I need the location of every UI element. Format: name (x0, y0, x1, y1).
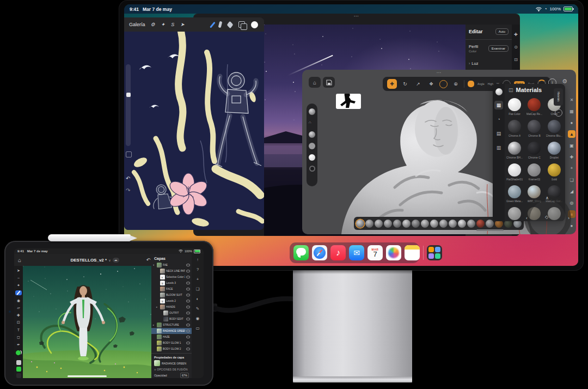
visibility-eye-icon[interactable] (186, 342, 190, 344)
sculpt-brush-15[interactable] (486, 220, 494, 228)
radius-dot-icon[interactable] (309, 166, 315, 172)
visibility-eye-icon[interactable] (186, 294, 190, 296)
scale-gizmo-button[interactable]: ↗ (413, 79, 423, 89)
brush-size-slider[interactable] (126, 64, 131, 146)
selection-icon[interactable]: S (171, 22, 174, 27)
recent-icon[interactable]: ◔ (494, 115, 503, 124)
sculpt-brush-6[interactable] (402, 220, 411, 228)
layer-row[interactable]: BODY GLOW 2 (151, 346, 192, 352)
healing-tool[interactable]: ✚ (15, 313, 22, 318)
matcap-icon[interactable]: ● (568, 119, 575, 126)
heal-icon[interactable]: ✚ (514, 32, 518, 37)
layer-row[interactable]: BODY EDIT (151, 316, 192, 322)
dock-mail-icon[interactable] (349, 245, 364, 260)
redo-icon[interactable]: ↷ (126, 187, 130, 193)
control-center-icon[interactable]: ◔ (544, 7, 547, 11)
multitool-icon[interactable]: ✕ (568, 96, 575, 104)
material-swatch[interactable]: Droplet (548, 142, 561, 163)
crop-tool[interactable]: ⊡ (15, 320, 22, 325)
eraser-tool[interactable]: ▱ (15, 306, 22, 310)
snap-toggle-button[interactable] (468, 81, 474, 87)
sculpt-brush-11[interactable] (449, 220, 457, 228)
snap-icon[interactable]: ⌖ (568, 165, 575, 172)
layer-row[interactable]: ≡Levels 3 (151, 280, 192, 286)
clone-icon[interactable]: ◉ (196, 316, 200, 321)
collapse-panel-icon[interactable]: ◫ (509, 87, 513, 93)
transform-icon[interactable]: ➤ (180, 22, 185, 27)
layer-row[interactable]: BODY GLOW 1 (151, 340, 192, 346)
visibility-eye-icon[interactable] (186, 312, 190, 314)
stroke-dots-icon[interactable]: ∴ (309, 120, 315, 126)
brush-preview-sphere[interactable] (309, 108, 315, 115)
material-swatch[interactable]: Flat Color (508, 98, 521, 120)
materials-drag-tab[interactable]: Materials (554, 88, 563, 106)
sculpt-brush-1[interactable] (356, 220, 364, 228)
shape-tool[interactable]: ◻ (15, 335, 22, 339)
lasso-tool[interactable]: ~ (15, 276, 22, 281)
dock-photos-icon[interactable] (386, 245, 401, 260)
photoshop-canvas[interactable] (23, 266, 151, 378)
falloff-sphere-icon[interactable] (309, 131, 315, 138)
actions-wrench-icon[interactable]: ⚙ (151, 22, 155, 27)
pivot-button[interactable] (439, 80, 448, 88)
layer-row[interactable]: ▸STRUCTURE (151, 322, 192, 328)
mask-icon[interactable]: ▭ (195, 326, 199, 331)
layers-panel-icon[interactable] (238, 21, 245, 28)
dock-notes-icon[interactable] (405, 245, 420, 260)
procreate-canvas[interactable] (124, 32, 264, 230)
wifi-icon[interactable] (536, 7, 542, 11)
help-icon[interactable]: ? (197, 267, 199, 272)
remove-panel-icon[interactable]: − (555, 109, 562, 117)
magic-wand-tool[interactable]: ✦ (15, 283, 22, 288)
group-icon[interactable]: ❏ (196, 287, 200, 291)
color-swatches[interactable] (15, 350, 22, 355)
visibility-eye-icon[interactable] (186, 318, 190, 320)
draw-icon[interactable]: ✎ (196, 306, 199, 311)
sculpt-brush-4[interactable] (384, 220, 392, 228)
combined-gizmo-button[interactable]: ❖ (426, 79, 436, 89)
swatch-pale[interactable] (16, 360, 21, 365)
sculpt-brush-14[interactable] (476, 220, 485, 228)
library-icon[interactable]: ▤ (494, 129, 503, 138)
eye-icon[interactable]: ⊙ (514, 45, 518, 50)
sculpt-brush-12[interactable] (458, 220, 466, 228)
visibility-eye-icon[interactable] (186, 330, 190, 332)
visibility-eye-icon[interactable] (186, 288, 190, 290)
swatch-dark[interactable] (16, 373, 21, 378)
share-icon[interactable]: ↑ (197, 257, 199, 262)
layer-row[interactable]: NECK LINE PATCH (151, 268, 192, 274)
eyedropper-tool[interactable]: ✒ (15, 343, 22, 347)
slider-knob[interactable] (126, 93, 131, 97)
sculpt-brush-3[interactable] (375, 220, 383, 228)
move-gizmo-button[interactable]: ✚ (387, 79, 397, 89)
visibility-eye-icon[interactable] (186, 324, 190, 326)
adjustments-icon[interactable]: ◐ (197, 296, 199, 301)
brush-tool-icon[interactable] (210, 21, 215, 28)
browse-profiles-button[interactable]: Examinar (488, 45, 509, 52)
sculpt-brush-8[interactable] (421, 220, 429, 228)
undo-icon[interactable]: ↶ (126, 175, 130, 181)
layer-row[interactable]: OUTFIT (151, 310, 192, 316)
material-swatch[interactable]: Kramer01 (528, 163, 541, 185)
dock-app-library-icon[interactable] (427, 245, 442, 260)
material-preview-sphere[interactable]: ● (495, 88, 503, 95)
auto-button[interactable]: Auto (495, 28, 509, 35)
visibility-eye-icon[interactable] (186, 336, 190, 338)
material-swatch[interactable]: Green Meta... (506, 185, 523, 207)
visibility-eye-icon[interactable] (186, 282, 190, 284)
crop-icon[interactable]: ⊡ (514, 57, 518, 62)
orbit-left-icon[interactable]: ‹ (526, 216, 528, 221)
opacity-value[interactable]: 67% (180, 373, 189, 378)
clock[interactable]: 9:41 (130, 7, 139, 12)
white-material-icon[interactable] (309, 154, 315, 161)
layer-row[interactable]: FACE (151, 286, 192, 292)
home-indicator[interactable] (68, 375, 107, 377)
sculpt-brush-2[interactable] (365, 220, 373, 228)
sculpt-brush-7[interactable] (412, 220, 420, 228)
material-swatch[interactable]: Gold (548, 163, 561, 185)
folder-icon[interactable]: ▥ (494, 143, 503, 152)
visibility-eye-icon[interactable] (186, 270, 190, 272)
foreground-color[interactable] (15, 350, 21, 356)
light-section-row[interactable]: ›Luz (469, 57, 509, 67)
dock-messages-icon[interactable] (293, 245, 309, 260)
